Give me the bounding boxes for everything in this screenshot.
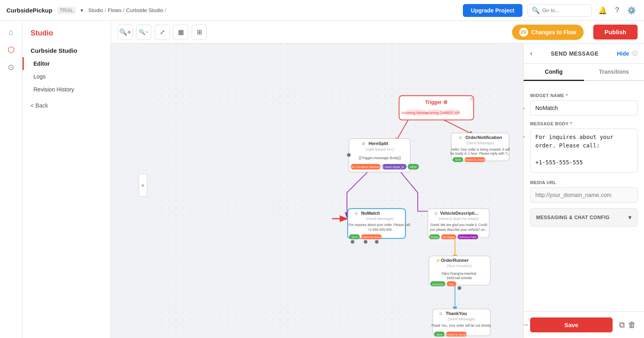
more-icon[interactable]: ⊙ xyxy=(8,62,14,72)
messaging-config-section[interactable]: MESSAGING & CHAT CONFIG ▾ xyxy=(530,208,638,226)
message-body-arrow: → xyxy=(524,133,526,141)
message-body-field-group: → MESSAGE BODY * For inquires about your… xyxy=(530,121,638,174)
svg-text:Reply: Reply xyxy=(431,235,438,239)
svg-text:Fail: Fail xyxy=(449,282,454,286)
sidebar-item-revision-history[interactable]: Revision History xyxy=(23,83,111,96)
widget-name-arrow: → xyxy=(524,104,526,113)
changes-count: 29 xyxy=(519,28,528,37)
svg-text:you please describe your vehic: you please describe your vehicle? ex... xyxy=(430,228,487,232)
sidebar-item-logs[interactable]: Logs xyxy=(23,70,111,83)
svg-text:Success: Success xyxy=(432,282,444,286)
svg-text:(Send Message): (Send Message) xyxy=(466,141,494,145)
svg-text:⇈: ⇈ xyxy=(470,97,473,102)
upgrade-button[interactable]: Upgrade Project xyxy=(463,4,522,17)
panel-tabs: Config Transitions xyxy=(524,64,644,81)
tab-config[interactable]: Config xyxy=(524,64,584,81)
zoom-in-icon: 🔍+ xyxy=(119,28,131,36)
svg-text:+1-555-555-555: +1-555-555-555 xyxy=(368,228,392,232)
svg-text:REST API: REST API xyxy=(445,111,460,115)
svg-rect-1 xyxy=(138,44,496,338)
svg-point-45 xyxy=(364,240,367,244)
svg-text:VehicleDescripti...: VehicleDescripti... xyxy=(440,211,478,216)
panel-back-button[interactable]: ‹ xyxy=(530,49,533,58)
zoom-out-button[interactable]: 🔍− xyxy=(136,25,151,40)
panel-hide-button[interactable]: Hide xyxy=(617,50,629,57)
save-button[interactable]: Save xyxy=(530,317,613,332)
sidebar-item-editor[interactable]: Editor xyxy=(23,57,111,70)
svg-text:No Condition Matches: No Condition Matches xyxy=(351,165,380,169)
breadcrumb-flows[interactable]: Flows xyxy=(108,7,122,13)
svg-text:https://sangria-meerkat-: https://sangria-meerkat- xyxy=(442,272,477,276)
bell-icon[interactable]: 🔔 xyxy=(597,4,609,17)
copy-icon: ⧉ xyxy=(619,320,625,329)
sidebar: Studio Curbside Studio Editor Logs Revis… xyxy=(23,21,111,338)
svg-text:For inquires about your order.: For inquires about your order. Please ca… xyxy=(349,223,411,227)
right-panel: ‹ SEND MESSAGE Hide ⓘ Config Transitions xyxy=(523,44,644,338)
icon-rail: ⌂ ⬡ ⊙ xyxy=(0,21,23,338)
search-input[interactable] xyxy=(542,7,590,13)
svg-text:⊘: ⊘ xyxy=(362,141,365,146)
layout-button[interactable]: ▦ xyxy=(173,25,188,40)
flow-canvas: Trigger ⚙ Incoming Message Incoming Call… xyxy=(111,44,523,338)
sidebar-title: Studio xyxy=(23,29,111,44)
widget-name-input[interactable] xyxy=(530,100,638,116)
svg-text:Sent: Sent xyxy=(455,158,461,162)
brand-dropdown[interactable]: ▾ xyxy=(80,7,83,13)
main-area: 🔍+ 🔍− ⤢ ▦ ⊞ 29 Changes to Flow Publish xyxy=(111,21,644,338)
media-url-field-group: MEDIA URL xyxy=(530,180,638,203)
svg-text:HereSplit: HereSplit xyxy=(369,141,388,146)
message-body-textarea[interactable]: For inquires about your order. Please ca… xyxy=(530,129,638,173)
publish-button[interactable]: Publish xyxy=(593,25,638,39)
settings-icon[interactable]: ⚙️ xyxy=(625,4,638,17)
media-url-label: MEDIA URL xyxy=(530,180,638,185)
svg-text:(Send Message): (Send Message) xyxy=(448,317,475,321)
svg-text:6939.twil.io/order: 6939.twil.io/order xyxy=(447,276,473,280)
app-brand: CurbsidePickup xyxy=(6,7,52,14)
changes-badge-button[interactable]: 29 Changes to Flow xyxy=(512,25,584,40)
breadcrumb-studio[interactable]: Studio xyxy=(88,7,103,13)
svg-point-44 xyxy=(375,240,378,244)
copy-button[interactable]: ⧉ xyxy=(617,319,626,331)
home-icon[interactable]: ⌂ xyxy=(8,27,13,37)
changes-label: Changes to Flow xyxy=(531,29,576,35)
svg-text:Great! We are glad you made it: Great! We are glad you made it. Could xyxy=(430,223,487,227)
svg-text:NEW: NEW xyxy=(410,165,417,169)
save-arrow: → xyxy=(523,321,529,329)
svg-text:Hello! Your order is being cre: Hello! Your order is being created. It w… xyxy=(451,147,510,151)
svg-text:OrderNotification: OrderNotification xyxy=(465,135,502,140)
media-url-input[interactable] xyxy=(530,187,638,203)
search-icon: 🔍 xyxy=(532,6,540,14)
back-button[interactable]: < Back xyxy=(23,96,111,115)
widget-name-label: WIDGET NAME * xyxy=(530,93,638,98)
svg-text:(Send & Wait For Reply): (Send & Wait For Reply) xyxy=(439,217,479,221)
flow-icon[interactable]: ⬡ xyxy=(8,45,14,54)
panel-footer: → Save ⧉ 🗑 xyxy=(524,311,644,338)
messaging-config-label: MESSAGING & CHAT CONFIG xyxy=(536,215,610,220)
svg-text:Incoming Call: Incoming Call xyxy=(425,111,446,115)
svg-text:⊙: ⊙ xyxy=(440,311,443,316)
panel-header: ‹ SEND MESSAGE Hide ⓘ xyxy=(524,44,644,64)
svg-text:Delivery Fails: Delivery Fails xyxy=(459,235,477,239)
grid-button[interactable]: ⊞ xyxy=(192,25,207,40)
expand-button[interactable]: ⤢ xyxy=(155,25,170,40)
svg-point-46 xyxy=(351,240,354,244)
svg-text:(Run Function): (Run Function) xyxy=(447,264,472,268)
svg-text:⊙: ⊙ xyxy=(355,211,358,216)
svg-text:«: « xyxy=(141,182,144,188)
panel-title: SEND MESSAGE xyxy=(536,50,614,57)
trash-icon: 🗑 xyxy=(628,320,636,329)
svg-text:{{Trigger.message.Body}}: {{Trigger.message.Body}} xyxy=(359,156,401,160)
zoom-out-icon: 🔍− xyxy=(139,29,149,35)
svg-text:NoMatch: NoMatch xyxy=(361,211,380,216)
svg-text:⊙: ⊙ xyxy=(459,135,462,140)
svg-text:Failed to Send: Failed to Send xyxy=(361,235,381,239)
zoom-in-button[interactable]: 🔍+ xyxy=(118,25,133,40)
breadcrumb-curbside-studio[interactable]: Curbside Studio xyxy=(126,7,163,13)
widget-name-field-group: → WIDGET NAME * xyxy=(530,93,638,116)
help-icon[interactable]: ? xyxy=(613,4,621,16)
tab-transitions[interactable]: Transitions xyxy=(584,64,644,81)
svg-point-69 xyxy=(458,286,461,290)
svg-text:Thank You, Your order will be : Thank You, Your order will be out shortl… xyxy=(431,323,491,328)
help-circle-icon: ⓘ xyxy=(632,50,638,57)
delete-button[interactable]: 🗑 xyxy=(626,319,638,331)
